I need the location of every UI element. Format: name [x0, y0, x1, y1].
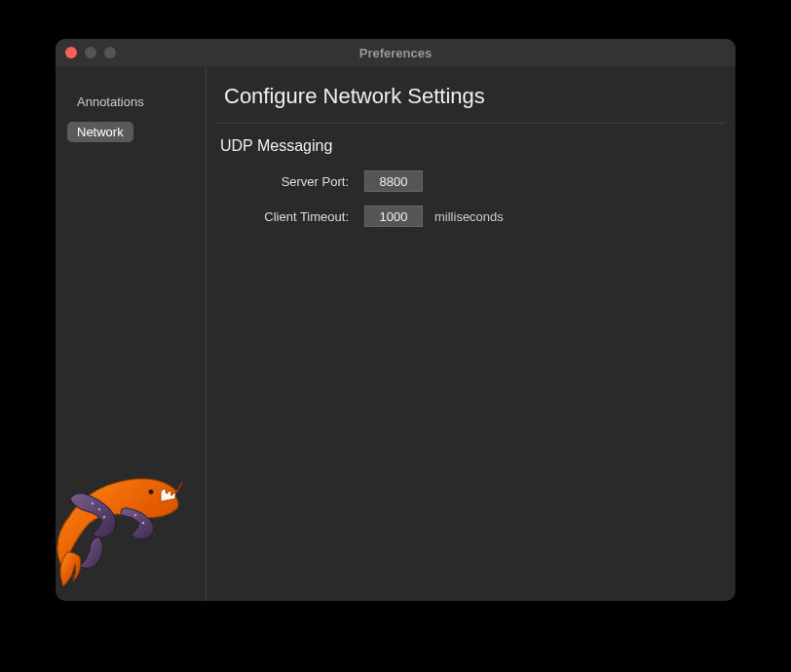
client-timeout-input[interactable] — [364, 205, 423, 227]
minimize-button[interactable] — [85, 47, 96, 58]
main-panel: Configure Network Settings UDP Messaging… — [207, 66, 735, 601]
section-title: UDP Messaging — [216, 137, 726, 155]
titlebar: Preferences — [56, 39, 735, 66]
svg-point-5 — [142, 522, 144, 524]
svg-point-2 — [98, 508, 101, 511]
server-port-label: Server Port: — [216, 174, 364, 189]
svg-point-1 — [92, 503, 94, 505]
page-title: Configure Network Settings — [216, 84, 726, 124]
close-button[interactable] — [65, 47, 77, 58]
window-title: Preferences — [56, 46, 735, 60]
form-row-client-timeout: Client Timeout: milliseconds — [216, 205, 726, 227]
maximize-button[interactable] — [104, 47, 116, 58]
client-timeout-label: Client Timeout: — [216, 209, 364, 224]
sidebar-item-network[interactable]: Network — [67, 122, 133, 142]
sidebar-item-label: Network — [77, 125, 124, 139]
sidebar-item-label: Annotations — [77, 94, 144, 109]
app-logo-icon — [56, 455, 192, 601]
server-port-input[interactable] — [364, 170, 423, 192]
sidebar-item-annotations[interactable]: Annotations — [67, 90, 194, 114]
traffic-lights — [65, 47, 116, 58]
client-timeout-suffix: milliseconds — [434, 209, 504, 224]
svg-point-4 — [134, 514, 136, 516]
preferences-window: Preferences Annotations Network — [56, 39, 735, 601]
window-body: Annotations Network — [56, 66, 735, 601]
form-row-server-port: Server Port: — [216, 170, 726, 192]
sidebar: Annotations Network — [56, 66, 207, 601]
svg-point-3 — [103, 516, 106, 519]
svg-point-0 — [149, 490, 154, 495]
